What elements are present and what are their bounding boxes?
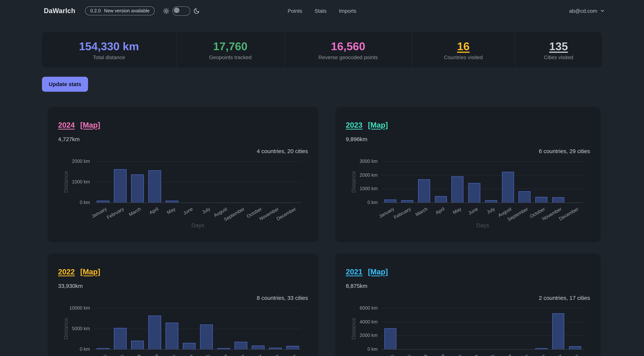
sun-icon: [163, 8, 170, 14]
map-link[interactable]: [Map]: [80, 121, 100, 129]
year-summary: 4 countries, 20 cities: [58, 148, 308, 154]
stat-value: 154,330 km: [79, 40, 139, 52]
stat-label: Geopoints tracked: [209, 54, 252, 60]
year-link[interactable]: 2021: [346, 268, 362, 276]
version-message: New version available: [104, 8, 150, 13]
app-header: DaWarIch 0.2.0 New version available: [0, 0, 644, 22]
nav-imports[interactable]: Imports: [339, 8, 356, 14]
toggle-knob: [174, 7, 180, 13]
year-link[interactable]: 2022: [58, 268, 75, 276]
year-cards-grid: 2024 [Map] 4,727km 4 countries, 20 citie…: [48, 107, 644, 356]
app-logo[interactable]: DaWarIch: [44, 7, 75, 15]
year-link[interactable]: 2023: [346, 121, 362, 129]
year-card-2024: 2024 [Map] 4,727km 4 countries, 20 citie…: [48, 107, 318, 242]
stat-countries-visited: 16 Countries visited: [412, 32, 515, 67]
year-summary: 6 countries, 29 cities: [346, 148, 590, 154]
year-links: 2022 [Map]: [58, 253, 308, 276]
monthly-distance-chart-2021: 0 km2000 km4000 km6000 kmJanuaryFebruary…: [346, 304, 590, 356]
stats-banner: 154,330 km Total distance 17,760 Geopoin…: [42, 32, 602, 67]
moon-icon: [194, 8, 200, 14]
map-link[interactable]: [Map]: [80, 268, 100, 276]
version-badge[interactable]: 0.2.0 New version available: [85, 6, 155, 15]
year-links: 2023 [Map]: [346, 107, 590, 129]
update-stats-button[interactable]: Update stats: [42, 77, 88, 92]
dawarich-app: DaWarIch 0.2.0 New version available: [0, 0, 644, 356]
stat-label: Countries visited: [444, 54, 483, 60]
theme-switcher: [163, 6, 200, 15]
map-link[interactable]: [Map]: [368, 268, 388, 276]
year-distance: 9,896km: [346, 136, 590, 142]
stat-label: Total distance: [93, 54, 125, 60]
monthly-distance-chart-2024: 0 km1000 km2000 kmJanuaryFebruaryMarchAp…: [58, 158, 308, 232]
theme-toggle[interactable]: [172, 6, 190, 15]
map-link[interactable]: [Map]: [368, 121, 388, 129]
stat-geopoints: 17,760 Geopoints tracked: [176, 32, 284, 67]
year-card-2021: 2021 [Map] 8,875km 2 countries, 17 citie…: [335, 253, 600, 356]
monthly-distance-chart-2023: 0 km1000 km2000 km3000 kmJanuaryFebruary…: [346, 158, 590, 232]
version-number: 0.2.0: [90, 8, 101, 13]
stat-label: Cities visited: [544, 54, 573, 60]
year-distance: 4,727km: [58, 136, 308, 142]
year-summary: 2 countries, 17 cities: [346, 295, 590, 301]
year-links: 2021 [Map]: [346, 253, 590, 276]
stat-value: 17,760: [213, 40, 248, 52]
countries-visited-link[interactable]: 16: [457, 40, 470, 52]
year-distance: 8,875km: [346, 283, 590, 289]
stat-total-distance: 154,330 km Total distance: [42, 32, 176, 67]
year-card-2022: 2022 [Map] 33,930km 8 countries, 33 citi…: [48, 253, 318, 356]
user-email: ab@cd.com: [569, 8, 597, 14]
cities-visited-link[interactable]: 135: [549, 40, 568, 52]
year-card-2023: 2023 [Map] 9,896km 6 countries, 29 citie…: [335, 107, 600, 242]
user-menu[interactable]: ab@cd.com: [569, 8, 605, 14]
nav-stats[interactable]: Stats: [314, 8, 326, 14]
year-links: 2024 [Map]: [58, 107, 308, 129]
main-nav: Points Stats Imports: [288, 8, 356, 14]
nav-points[interactable]: Points: [288, 8, 302, 14]
chevron-down-icon: [600, 8, 605, 13]
year-summary: 8 countries, 33 cities: [58, 295, 308, 301]
stat-label: Reverse geocoded points: [318, 54, 378, 60]
stat-reverse-geocoded: 16,560 Reverse geocoded points: [284, 32, 412, 67]
stat-cities-visited: 135 Cities visited: [515, 32, 602, 67]
year-distance: 33,930km: [58, 283, 308, 289]
monthly-distance-chart-2022: 0 km5000 km10000 kmJanuaryFebruaryMarchA…: [58, 304, 308, 356]
year-link[interactable]: 2024: [58, 121, 75, 129]
stat-value: 16,560: [331, 40, 366, 52]
